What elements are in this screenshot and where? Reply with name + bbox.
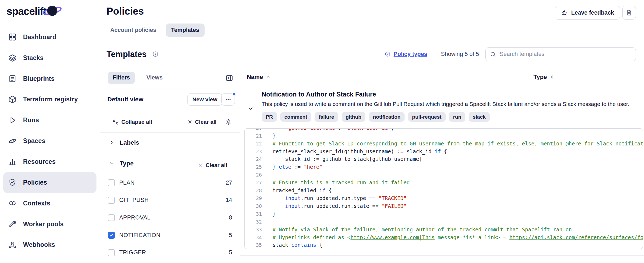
- type-clear-all-button[interactable]: Clear all: [198, 162, 227, 168]
- leave-feedback-button[interactable]: Leave feedback: [555, 6, 620, 20]
- code-line-22: 22# Function to get Slack ID correspondi…: [245, 140, 643, 148]
- type-clear-all-label: Clear all: [206, 162, 227, 168]
- tag-slack[interactable]: slack: [469, 112, 490, 122]
- checkbox[interactable]: [108, 214, 115, 221]
- search-icon: [490, 51, 496, 58]
- sidebar-item-terraform-registry[interactable]: Terraform registry: [3, 89, 96, 110]
- sidebar-item-more[interactable]: [3, 255, 96, 263]
- line-number: 28: [245, 187, 262, 195]
- sidebar-item-resources[interactable]: Resources: [3, 151, 96, 172]
- thumbs-up-icon: [561, 9, 568, 16]
- column-header-name[interactable]: Name: [247, 67, 271, 87]
- filter-option-notification[interactable]: NOTIFICATION5: [100, 227, 240, 244]
- tab-templates[interactable]: Templates: [166, 24, 204, 37]
- sidebar-item-label: Dashboard: [23, 34, 56, 41]
- code-lines: 20 "github-username": "slack-user-id",21…: [245, 128, 643, 249]
- sidebar-item-label: Worker pools: [23, 221, 64, 228]
- sidebar-item-policies[interactable]: Policies: [3, 172, 96, 193]
- code-line-29: 29 input.run_updated.run.type == "TRACKE…: [245, 195, 643, 202]
- sidebar-item-dashboard[interactable]: Dashboard: [3, 27, 96, 48]
- tab-views[interactable]: Views: [142, 72, 168, 84]
- filter-option-git_push[interactable]: GIT_PUSH14: [100, 191, 240, 209]
- search-templates-input[interactable]: [500, 51, 632, 58]
- gear-icon[interactable]: [225, 119, 232, 125]
- document-icon: [626, 9, 633, 16]
- sidebar-item-label: Resources: [23, 158, 56, 165]
- tag-comment[interactable]: comment: [280, 112, 311, 122]
- sidebar-item-webhooks[interactable]: Webhooks: [3, 235, 96, 255]
- policy-code-viewer[interactable]: 20 "github-username": "slack-user-id",21…: [244, 128, 643, 249]
- spacelift-logo[interactable]: spacelift: [6, 6, 46, 22]
- collapse-panel-icon[interactable]: [226, 74, 233, 82]
- filter-option-label: TRIGGER: [119, 249, 224, 256]
- filter-option-trigger[interactable]: TRIGGER5: [100, 244, 240, 261]
- divider: [240, 255, 644, 256]
- tag-github[interactable]: github: [342, 112, 366, 122]
- checked-checkbox[interactable]: [108, 232, 115, 239]
- column-header-type[interactable]: Type: [533, 67, 555, 87]
- checkbox[interactable]: [108, 249, 115, 256]
- code-line-25: 25} else := "here": [245, 163, 643, 171]
- line-number: 33: [245, 226, 262, 234]
- documentation-button[interactable]: [622, 6, 636, 20]
- code-line-24: 24 slack_id := github_to_slack[github_us…: [245, 155, 643, 163]
- collapse-all-label: Collapse all: [121, 119, 152, 125]
- filters-panel: Filters Views Default view New view: [100, 67, 240, 263]
- policy-types-link[interactable]: Policy types: [385, 51, 427, 57]
- main-area: Policies Account policies Templates Leav…: [100, 0, 644, 263]
- sidebar-item-blueprints[interactable]: Blueprints: [3, 68, 96, 89]
- sidebar-item-label: Webhooks: [23, 241, 55, 248]
- page-tabs: Account policies Templates: [105, 24, 205, 37]
- sidebar-item-contexts[interactable]: Contexts: [3, 193, 96, 214]
- terraform-registry-icon: [8, 95, 17, 104]
- sidebar-item-spaces[interactable]: Spaces: [3, 131, 96, 151]
- sidebar-item-worker-pools[interactable]: Worker pools: [3, 214, 96, 235]
- clear-all-button[interactable]: Clear all: [187, 119, 217, 125]
- collapse-all-button[interactable]: Collapse all: [112, 119, 152, 125]
- tag-pull-request[interactable]: pull-request: [408, 112, 446, 122]
- labels-section-header[interactable]: Labels: [100, 132, 240, 153]
- policy-card: Notification to Author of Stack Failure …: [240, 87, 644, 263]
- line-number: 25: [245, 163, 262, 171]
- more-options-button[interactable]: [221, 93, 235, 106]
- tag-run[interactable]: run: [449, 112, 465, 122]
- close-icon: [198, 162, 203, 168]
- filter-option-count: 5: [229, 249, 232, 256]
- code-line-20: 20 "github-username": "slack-user-id",: [245, 128, 643, 132]
- runs-icon: [8, 116, 17, 125]
- tag-notification[interactable]: notification: [369, 112, 405, 122]
- checkbox[interactable]: [108, 179, 115, 186]
- sidebar: spacelift DashboardStacksBlueprintsTerra…: [0, 0, 100, 263]
- filter-option-approval[interactable]: APPROVAL8: [100, 209, 240, 227]
- sidebar-item-runs[interactable]: Runs: [3, 110, 96, 131]
- default-view-row: Default view New view: [100, 93, 240, 106]
- tag-failure[interactable]: failure: [315, 112, 338, 122]
- close-icon: [187, 119, 193, 125]
- sidebar-item-stacks[interactable]: Stacks: [3, 48, 96, 68]
- expand-chevron-icon[interactable]: [248, 105, 254, 112]
- divider: [100, 153, 240, 153]
- tab-filters[interactable]: Filters: [108, 72, 135, 84]
- templates-title: Templates: [106, 49, 146, 59]
- collapse-all-icon: [112, 119, 118, 125]
- info-icon[interactable]: [152, 51, 159, 57]
- filter-option-label: APPROVAL: [119, 214, 224, 221]
- line-number: 35: [245, 241, 262, 249]
- chevron-down-icon: [109, 161, 114, 166]
- checkbox[interactable]: [108, 197, 115, 204]
- clear-all-label: Clear all: [195, 119, 216, 125]
- page-header: Policies Account policies Templates Leav…: [100, 0, 644, 41]
- filter-option-label: PLAN: [119, 179, 221, 186]
- new-view-button[interactable]: New view: [187, 93, 223, 106]
- sidebar-item-label: Runs: [23, 116, 39, 124]
- sidebar-nav: DashboardStacksBlueprintsTerraform regis…: [0, 27, 100, 263]
- tag-pr[interactable]: PR: [262, 112, 277, 122]
- code-line-33: 33# Notify via Slack of the failure, men…: [245, 226, 643, 234]
- policy-description: This policy is used to write a comment o…: [262, 101, 629, 107]
- policy-title[interactable]: Notification to Author of Stack Failure: [262, 91, 376, 98]
- search-templates: [485, 47, 636, 61]
- filter-option-plan[interactable]: PLAN27: [100, 174, 240, 192]
- leave-feedback-label: Leave feedback: [571, 9, 614, 16]
- tab-account-policies[interactable]: Account policies: [105, 24, 162, 37]
- webhooks-icon: [8, 241, 17, 249]
